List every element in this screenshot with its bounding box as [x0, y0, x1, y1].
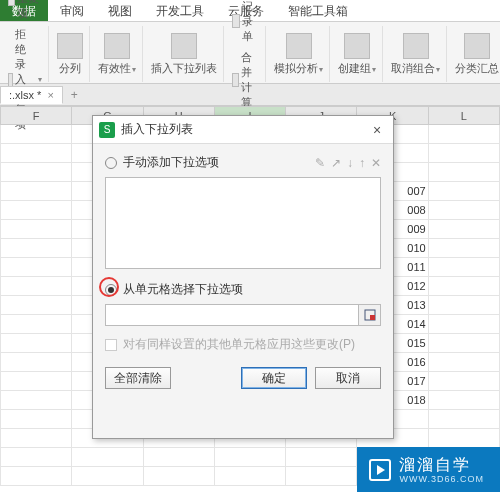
workbook-tab[interactable]: :.xlsx * × — [0, 86, 63, 104]
col-L[interactable]: L — [428, 107, 499, 125]
list-edit-icons: ✎ ↗ ↓ ↑ ✕ — [315, 156, 381, 170]
subtotal-button[interactable]: 分类汇总 — [449, 26, 500, 82]
range-input[interactable] — [105, 304, 359, 326]
cancel-button[interactable]: 取消 — [315, 367, 381, 389]
record-form-icon — [232, 14, 240, 28]
close-workbook-icon[interactable]: × — [47, 89, 53, 101]
col-F[interactable]: F — [1, 107, 72, 125]
radio-manual-label: 手动添加下拉选项 — [123, 154, 219, 171]
move-down-icon[interactable]: ↓ — [347, 156, 353, 170]
cell[interactable] — [428, 429, 499, 448]
record-form-button[interactable]: 记录单 — [232, 0, 259, 44]
cell[interactable] — [1, 467, 72, 486]
cell[interactable] — [428, 296, 499, 315]
cell[interactable] — [1, 258, 72, 277]
cell[interactable] — [143, 467, 214, 486]
watermark-brand: 溜溜自学 — [399, 456, 471, 473]
cell[interactable] — [72, 467, 143, 486]
remove-duplicates-button[interactable]: 删除重复项 — [8, 0, 42, 21]
watermark-sub: WWW.3D66.COM — [399, 474, 484, 484]
chevron-down-icon: ▾ — [132, 65, 136, 74]
cell[interactable] — [214, 448, 285, 467]
cell[interactable] — [428, 144, 499, 163]
create-group-icon — [344, 33, 370, 59]
cell[interactable] — [1, 239, 72, 258]
insert-dropdown-dialog: S 插入下拉列表 × 手动添加下拉选项 ✎ ↗ ↓ ↑ ✕ 从单元格选择下拉选项 — [92, 115, 394, 439]
move-up-icon[interactable]: ↑ — [359, 156, 365, 170]
apply-others-label: 对有同样设置的其他单元格应用这些更改(P) — [123, 336, 355, 353]
cell[interactable] — [1, 144, 72, 163]
cell[interactable] — [143, 448, 214, 467]
cell[interactable] — [1, 201, 72, 220]
cell[interactable] — [428, 372, 499, 391]
manual-options-listbox[interactable] — [105, 177, 381, 269]
insert-dropdown-button[interactable]: 插入下拉列表 — [145, 26, 224, 82]
apply-others-checkbox[interactable] — [105, 339, 117, 351]
cell[interactable] — [1, 296, 72, 315]
ungroup-icon — [403, 33, 429, 59]
cell[interactable] — [1, 429, 72, 448]
app-logo-icon: S — [99, 122, 115, 138]
tab-smarttools[interactable]: 智能工具箱 — [276, 0, 360, 21]
cell[interactable] — [1, 372, 72, 391]
clear-all-button[interactable]: 全部清除 — [105, 367, 171, 389]
consolidate-icon — [232, 73, 239, 87]
ok-button[interactable]: 确定 — [241, 367, 307, 389]
range-picker-button[interactable] — [359, 304, 381, 326]
dialog-close-button[interactable]: × — [367, 122, 387, 138]
cell[interactable] — [1, 315, 72, 334]
cell[interactable] — [1, 125, 72, 144]
cell[interactable] — [286, 448, 357, 467]
group-duplicates: 删除重复项 拒绝录入重复项▾ — [2, 26, 49, 82]
cell[interactable] — [428, 220, 499, 239]
svg-rect-1 — [370, 315, 375, 320]
cell[interactable] — [428, 353, 499, 372]
cell[interactable] — [1, 334, 72, 353]
validity-button[interactable]: 有效性▾ — [92, 26, 143, 82]
cell[interactable] — [1, 163, 72, 182]
radio-manual[interactable] — [105, 157, 117, 169]
simulate-button[interactable]: 模拟分析▾ — [268, 26, 330, 82]
reject-dup-icon — [8, 73, 13, 87]
cell[interactable] — [428, 277, 499, 296]
add-workbook-button[interactable]: + — [63, 86, 86, 104]
cell[interactable] — [1, 182, 72, 201]
play-icon — [369, 459, 391, 481]
cell[interactable] — [428, 201, 499, 220]
edit-icon[interactable]: ✎ — [315, 156, 325, 170]
create-group-button[interactable]: 创建组▾ — [332, 26, 383, 82]
chevron-down-icon: ▾ — [38, 75, 42, 84]
consolidate-button[interactable]: 合并计算 — [232, 50, 259, 110]
tab-view[interactable]: 视图 — [96, 0, 144, 21]
cell[interactable] — [1, 410, 72, 429]
cell[interactable] — [428, 410, 499, 429]
cell[interactable] — [214, 467, 285, 486]
radio-from-range[interactable] — [105, 284, 117, 296]
tab-review[interactable]: 审阅 — [48, 0, 96, 21]
cell[interactable] — [428, 315, 499, 334]
split-icon — [57, 33, 83, 59]
cell[interactable] — [428, 125, 499, 144]
export-icon[interactable]: ↗ — [331, 156, 341, 170]
cell[interactable] — [428, 239, 499, 258]
dropdown-icon — [171, 33, 197, 59]
cell[interactable] — [428, 258, 499, 277]
cell[interactable] — [72, 448, 143, 467]
cell[interactable] — [1, 353, 72, 372]
chevron-down-icon: ▾ — [436, 65, 440, 74]
cell[interactable] — [1, 391, 72, 410]
dialog-title: 插入下拉列表 — [121, 121, 367, 138]
delete-icon[interactable]: ✕ — [371, 156, 381, 170]
ungroup-button[interactable]: 取消组合▾ — [385, 26, 447, 82]
cell[interactable] — [428, 391, 499, 410]
cell[interactable] — [1, 220, 72, 239]
cell[interactable] — [1, 448, 72, 467]
cell[interactable] — [286, 467, 357, 486]
cell[interactable] — [428, 334, 499, 353]
cell[interactable] — [428, 182, 499, 201]
cell[interactable] — [1, 277, 72, 296]
cell[interactable] — [428, 163, 499, 182]
split-button[interactable]: 分列 — [51, 26, 90, 82]
chevron-down-icon: ▾ — [372, 65, 376, 74]
tab-devtools[interactable]: 开发工具 — [144, 0, 216, 21]
